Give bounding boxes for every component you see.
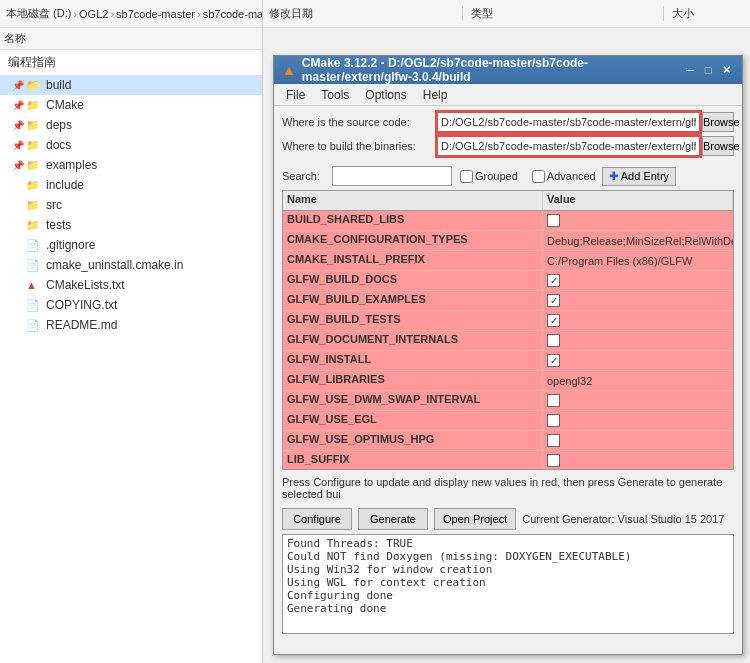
list-item[interactable]: 📌 📁 build bbox=[0, 75, 262, 95]
source-input[interactable] bbox=[437, 112, 700, 132]
build-input[interactable] bbox=[437, 136, 700, 156]
breadcrumb-sep: › bbox=[110, 8, 114, 20]
file-explorer: 本地磁盘 (D:) › OGL2 › sb7code-master › sb7c… bbox=[0, 0, 263, 663]
table-row[interactable]: GLFW_BUILD_TESTS bbox=[283, 311, 733, 331]
file-icon: 📄 bbox=[26, 319, 42, 332]
breadcrumb[interactable]: 本地磁盘 (D:) › OGL2 › sb7code-master › sb7c… bbox=[0, 0, 262, 28]
entry-checkbox[interactable] bbox=[547, 434, 560, 447]
table-row[interactable]: GLFW_INSTALL bbox=[283, 351, 733, 371]
menu-options[interactable]: Options bbox=[357, 86, 414, 104]
entry-checkbox[interactable] bbox=[547, 314, 560, 327]
advanced-checkbox[interactable] bbox=[532, 170, 545, 183]
entry-checkbox[interactable] bbox=[547, 414, 560, 427]
table-row[interactable]: CMAKE_INSTALL_PREFIX C:/Program Files (x… bbox=[283, 251, 733, 271]
menu-file[interactable]: File bbox=[278, 86, 313, 104]
list-item[interactable]: 📌 📄 COPYING.txt bbox=[0, 295, 262, 315]
entry-name: LIB_SUFFIX bbox=[283, 451, 543, 470]
menu-tools[interactable]: Tools bbox=[313, 86, 357, 104]
folder-icon: 📁 bbox=[26, 79, 42, 92]
file-list: 📌 📁 build 📌 📁 CMake 📌 📁 deps 📌 📁 docs 📌 … bbox=[0, 73, 262, 337]
section-label: 编程指南 bbox=[0, 50, 262, 73]
table-row[interactable]: CMAKE_CONFIGURATION_TYPES Debug;Release;… bbox=[283, 231, 733, 251]
file-icon: 📄 bbox=[26, 259, 42, 272]
th-value: Value bbox=[543, 191, 733, 210]
table-row[interactable]: GLFW_USE_DWM_SWAP_INTERVAL bbox=[283, 391, 733, 411]
folder-icon: 📁 bbox=[26, 179, 42, 192]
advanced-label: Advanced bbox=[547, 170, 596, 182]
folder-icon: 📁 bbox=[26, 99, 42, 112]
file-name: .gitignore bbox=[46, 238, 95, 252]
table-row[interactable]: BUILD_SHARED_LIBS bbox=[283, 211, 733, 231]
list-item[interactable]: 📌 📁 tests bbox=[0, 215, 262, 235]
maximize-button[interactable]: □ bbox=[700, 62, 716, 78]
entry-checkbox[interactable] bbox=[547, 274, 560, 287]
entry-name: BUILD_SHARED_LIBS bbox=[283, 211, 543, 230]
source-browse-button[interactable]: Browse bbox=[702, 112, 734, 132]
right-panel: 修改日期 类型 大小 ▲ CMake 3.12.2 - D:/OGL2/sb7c… bbox=[263, 0, 750, 663]
breadcrumb-item[interactable]: 本地磁盘 (D:) bbox=[6, 6, 71, 21]
log-line: Found Threads: TRUE bbox=[287, 537, 729, 550]
entry-checkbox[interactable] bbox=[547, 214, 560, 227]
entry-checkbox[interactable] bbox=[547, 334, 560, 347]
table-row[interactable]: LIB_SUFFIX bbox=[283, 451, 733, 470]
list-item[interactable]: 📌 📄 cmake_uninstall.cmake.in bbox=[0, 255, 262, 275]
build-browse-button[interactable]: Browse bbox=[702, 136, 734, 156]
file-name: CMake bbox=[46, 98, 84, 112]
entry-checkbox[interactable] bbox=[547, 394, 560, 407]
entry-value bbox=[543, 351, 733, 370]
table-row[interactable]: GLFW_USE_EGL bbox=[283, 411, 733, 431]
grouped-checkbox[interactable] bbox=[460, 170, 473, 183]
entry-value bbox=[543, 431, 733, 450]
entry-name: GLFW_USE_OPTIMUS_HPG bbox=[283, 431, 543, 450]
col-type-header: 类型 bbox=[463, 6, 665, 21]
search-row: Search: Grouped Advanced ✚ Add Entry bbox=[274, 164, 742, 190]
pin-icon: 📌 bbox=[12, 160, 22, 171]
table-row[interactable]: GLFW_LIBRARIES opengl32 bbox=[283, 371, 733, 391]
generate-button[interactable]: Generate bbox=[358, 508, 428, 530]
entry-value bbox=[543, 291, 733, 310]
list-item[interactable]: 📌 📁 examples bbox=[0, 155, 262, 175]
add-entry-label: Add Entry bbox=[621, 170, 669, 182]
search-input[interactable] bbox=[332, 166, 452, 186]
menu-help[interactable]: Help bbox=[415, 86, 456, 104]
th-name: Name bbox=[283, 191, 543, 210]
add-icon: ✚ bbox=[609, 170, 618, 183]
table-row[interactable]: GLFW_DOCUMENT_INTERNALS bbox=[283, 331, 733, 351]
close-button[interactable]: ✕ bbox=[718, 62, 734, 78]
breadcrumb-item[interactable]: sb7code-master bbox=[116, 8, 195, 20]
file-icon: 📄 bbox=[26, 299, 42, 312]
cmake-window-title: CMake 3.12.2 - D:/OGL2/sb7code-master/sb… bbox=[302, 56, 680, 84]
entry-checkbox[interactable] bbox=[547, 294, 560, 307]
open-project-button[interactable]: Open Project bbox=[434, 508, 516, 530]
list-item[interactable]: 📌 📄 .gitignore bbox=[0, 235, 262, 255]
build-row: Where to build the binaries: Browse bbox=[282, 136, 734, 156]
right-panel-header: 修改日期 类型 大小 bbox=[263, 0, 750, 28]
list-item[interactable]: 📌 ▲ CMakeLists.txt bbox=[0, 275, 262, 295]
table-row[interactable]: GLFW_BUILD_EXAMPLES bbox=[283, 291, 733, 311]
list-item[interactable]: 📌 📁 deps bbox=[0, 115, 262, 135]
entry-checkbox[interactable] bbox=[547, 354, 560, 367]
log-line: Generating done bbox=[287, 602, 729, 615]
table-row[interactable]: GLFW_BUILD_DOCS bbox=[283, 271, 733, 291]
output-log[interactable]: Found Threads: TRUE Could NOT find Doxyg… bbox=[282, 534, 734, 634]
list-item[interactable]: 📌 📁 src bbox=[0, 195, 262, 215]
file-name: include bbox=[46, 178, 84, 192]
entry-name: GLFW_USE_DWM_SWAP_INTERVAL bbox=[283, 391, 543, 410]
log-line: Using Win32 for window creation bbox=[287, 563, 729, 576]
generator-text: Current Generator: Visual Studio 15 2017 bbox=[522, 513, 724, 525]
list-item[interactable]: 📌 📁 CMake bbox=[0, 95, 262, 115]
table-row[interactable]: GLFW_USE_OPTIMUS_HPG bbox=[283, 431, 733, 451]
list-item[interactable]: 📌 📁 docs bbox=[0, 135, 262, 155]
breadcrumb-item[interactable]: OGL2 bbox=[79, 8, 108, 20]
list-item[interactable]: 📌 📁 include bbox=[0, 175, 262, 195]
entry-checkbox[interactable] bbox=[547, 454, 560, 467]
list-item[interactable]: 📌 📄 README.md bbox=[0, 315, 262, 335]
minimize-button[interactable]: ─ bbox=[682, 62, 698, 78]
cmake-icon: ▲ bbox=[282, 62, 296, 78]
entry-value: C:/Program Files (x86)/GLFW bbox=[543, 251, 733, 270]
configure-button[interactable]: Configure bbox=[282, 508, 352, 530]
entry-name: CMAKE_INSTALL_PREFIX bbox=[283, 251, 543, 270]
breadcrumb-item[interactable]: sb7code-master bbox=[203, 8, 262, 20]
add-entry-button[interactable]: ✚ Add Entry bbox=[602, 167, 676, 186]
entry-value bbox=[543, 311, 733, 330]
